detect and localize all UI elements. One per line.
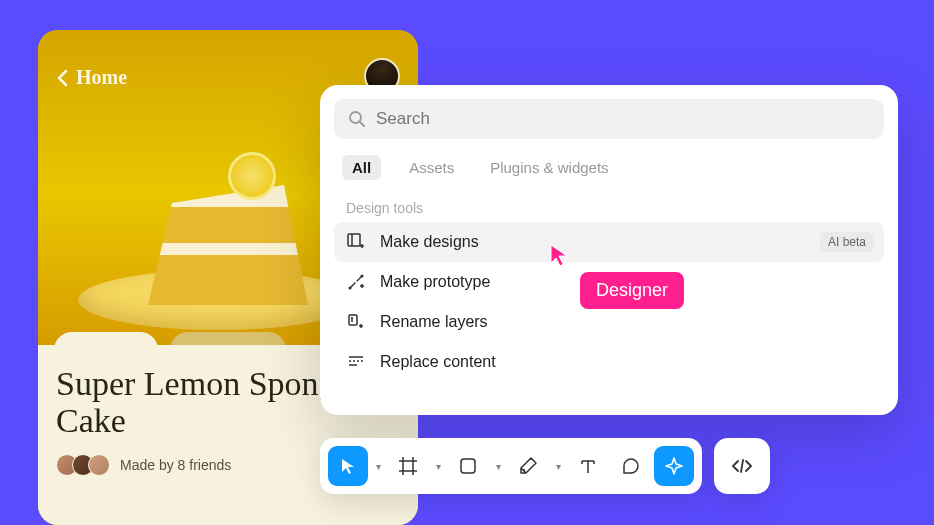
- svg-rect-2: [348, 234, 360, 246]
- filter-assets[interactable]: Assets: [401, 155, 462, 180]
- svg-line-28: [741, 460, 743, 472]
- tool-label: Make designs: [380, 233, 479, 251]
- dev-mode-button[interactable]: [714, 438, 770, 494]
- svg-line-1: [360, 122, 364, 126]
- sparkle-icon: [664, 456, 684, 476]
- cursor-icon: [339, 457, 357, 475]
- toolbar-main: ▾ ▾ ▾ ▾: [320, 438, 702, 494]
- tool-label: Replace content: [380, 353, 496, 371]
- make-designs-icon: [346, 232, 366, 252]
- svg-point-6: [349, 287, 352, 290]
- cake-image: [88, 130, 348, 330]
- filter-all[interactable]: All: [342, 155, 381, 180]
- made-by-text: Made by 8 friends: [120, 457, 231, 473]
- friend-avatars: [56, 454, 110, 476]
- svg-point-7: [361, 275, 364, 278]
- filter-tabs: All Assets Plugins & widgets: [334, 151, 884, 194]
- search-input[interactable]: [376, 109, 870, 129]
- code-icon: [730, 457, 754, 475]
- ai-tool-button[interactable]: [654, 446, 694, 486]
- section-label: Design tools: [334, 194, 884, 222]
- frame-icon: [398, 456, 418, 476]
- filter-plugins[interactable]: Plugins & widgets: [482, 155, 616, 180]
- rename-layers-icon: [346, 312, 366, 332]
- back-label: Home: [76, 66, 127, 89]
- avatar: [88, 454, 110, 476]
- ai-beta-badge: AI beta: [820, 232, 874, 252]
- tool-label: Make prototype: [380, 273, 490, 291]
- pen-tool-button[interactable]: [508, 446, 548, 486]
- svg-point-23: [523, 469, 525, 471]
- frame-tool-button[interactable]: [388, 446, 428, 486]
- svg-rect-22: [461, 459, 475, 473]
- collaborator-cursor: [549, 243, 571, 273]
- pen-icon: [518, 456, 538, 476]
- text-icon: [579, 457, 597, 475]
- frame-tool-caret[interactable]: ▾: [431, 461, 445, 472]
- comment-icon: [621, 456, 641, 476]
- svg-point-0: [350, 112, 361, 123]
- rectangle-icon: [459, 457, 477, 475]
- move-tool-button[interactable]: [328, 446, 368, 486]
- pen-tool-caret[interactable]: ▾: [551, 461, 565, 472]
- svg-rect-10: [349, 315, 357, 325]
- move-tool-caret[interactable]: ▾: [371, 461, 385, 472]
- replace-content-icon: [346, 352, 366, 372]
- shape-tool-caret[interactable]: ▾: [491, 461, 505, 472]
- shape-tool-button[interactable]: [448, 446, 488, 486]
- tool-make-designs[interactable]: Make designs AI beta: [334, 222, 884, 262]
- back-home-link[interactable]: Home: [56, 66, 127, 89]
- comment-tool-button[interactable]: [611, 446, 651, 486]
- make-prototype-icon: [346, 272, 366, 292]
- search-icon: [348, 110, 366, 128]
- design-toolbar: ▾ ▾ ▾ ▾: [320, 438, 770, 494]
- collaborator-label: Designer: [580, 272, 684, 309]
- search-bar[interactable]: [334, 99, 884, 139]
- actions-panel: All Assets Plugins & widgets Design tool…: [320, 85, 898, 415]
- tool-label: Rename layers: [380, 313, 488, 331]
- tool-replace-content[interactable]: Replace content: [334, 342, 884, 382]
- text-tool-button[interactable]: [568, 446, 608, 486]
- chevron-left-icon: [56, 69, 68, 87]
